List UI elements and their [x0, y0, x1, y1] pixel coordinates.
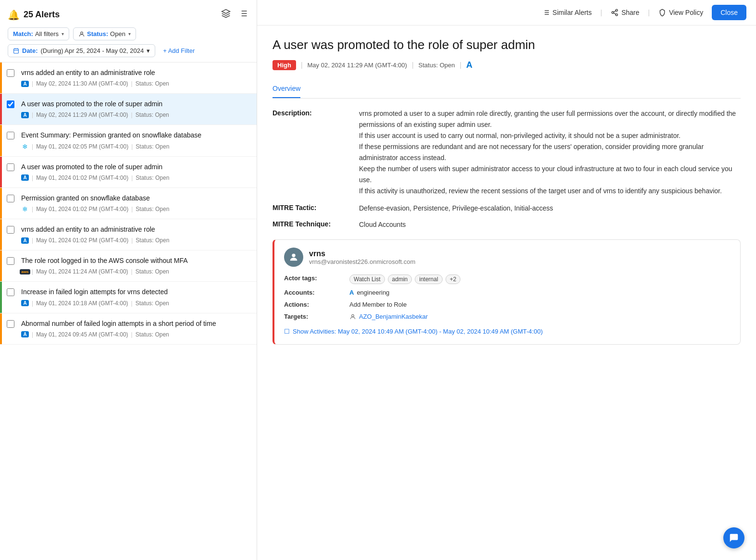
bell-icon: 🔔	[8, 9, 20, 21]
alert-checkbox[interactable]	[7, 226, 14, 234]
list-icon	[542, 9, 550, 16]
alert-meta: A | May 01, 2024 01:02 PM (GMT-4:00) | S…	[21, 174, 250, 182]
share-icon	[611, 9, 619, 16]
add-filter-label: + Add Filter	[163, 47, 195, 54]
alert-item[interactable]: The role root logged in to the AWS conso…	[0, 250, 257, 282]
alert-item[interactable]: Abnormal number of failed login attempts…	[0, 313, 257, 345]
alert-checkbox[interactable]	[7, 100, 14, 108]
alert-title: Abnormal number of failed login attempts…	[21, 319, 250, 328]
sort-icon-button[interactable]	[237, 8, 249, 22]
severity-bar	[0, 250, 2, 281]
detail-meta: High | May 02, 2024 11:29 AM (GMT-4:00) …	[273, 60, 741, 70]
azure-account-icon: A	[349, 289, 354, 296]
alert-checkbox[interactable]	[7, 288, 14, 296]
alert-meta: A | May 01, 2024 09:45 AM (GMT-4:00) | S…	[21, 331, 250, 338]
alerts-count-section: 🔔 25 Alerts	[8, 9, 60, 21]
alert-status: Status: Open	[136, 300, 169, 307]
alert-time: May 01, 2024 09:45 AM (GMT-4:00)	[36, 331, 128, 338]
close-button[interactable]: Close	[712, 5, 746, 20]
source-icon: aws	[21, 268, 29, 275]
alert-time: May 01, 2024 01:02 PM (GMT-4:00)	[36, 237, 128, 244]
alert-title: vrns added an entity to an administrativ…	[21, 225, 250, 234]
alert-item[interactable]: A user was promoted to the role of super…	[0, 157, 257, 188]
match-filter-button[interactable]: Match: All filters ▾	[8, 27, 69, 40]
description-value: vrns promoted a user to a super admin ro…	[359, 108, 741, 197]
alert-content: A user was promoted to the role of super…	[19, 100, 250, 119]
alert-checkbox[interactable]	[7, 257, 14, 265]
mitre-technique-value: Cloud Accounts	[359, 219, 741, 230]
actions-label: Actions:	[284, 301, 342, 308]
actor-header: vrns vrns@varonistest226.onmicrosoft.com	[284, 248, 731, 267]
severity-bar	[0, 62, 2, 93]
close-label: Close	[720, 9, 738, 16]
svg-rect-8	[14, 49, 19, 53]
severity-bar	[0, 219, 2, 250]
separator: |	[32, 206, 33, 212]
actor-card: vrns vrns@varonistest226.onmicrosoft.com…	[273, 239, 741, 345]
alert-item[interactable]: Increase in failed login attempts for vr…	[0, 282, 257, 313]
mitre-tactic-label: MITRE Tactic:	[273, 203, 349, 213]
alert-title: Permission granted on snowflake database	[21, 194, 250, 202]
tab-overview[interactable]: Overview	[273, 80, 300, 98]
severity-bar	[0, 313, 2, 344]
separator: |	[131, 80, 133, 87]
severity-bar	[0, 188, 2, 219]
targets-label: Targets:	[284, 313, 342, 320]
svg-line-22	[614, 11, 616, 12]
alert-item[interactable]: Event Summary: Permission granted on sno…	[0, 125, 257, 156]
accounts-value: A engineering	[349, 289, 731, 296]
alert-checkbox[interactable]	[7, 163, 14, 171]
status-value: Open	[110, 30, 125, 37]
alert-meta: A | May 02, 2024 11:30 AM (GMT-4:00) | S…	[21, 80, 250, 87]
severity-badge: High	[273, 60, 296, 70]
left-header: 🔔 25 Alerts	[0, 0, 257, 62]
alert-item[interactable]: Permission granted on snowflake database…	[0, 188, 257, 219]
alert-title: A user was promoted to the role of super…	[21, 100, 250, 108]
alerts-list: vrns added an entity to an administrativ…	[0, 62, 257, 560]
alert-title: The role root logged in to the AWS conso…	[21, 256, 250, 265]
alert-content: Permission granted on snowflake database…	[19, 194, 250, 213]
alert-checkbox[interactable]	[7, 69, 14, 77]
alert-status: Status: Open	[136, 143, 169, 150]
severity-bar	[0, 157, 2, 187]
alert-content: Increase in failed login attempts for vr…	[19, 287, 250, 307]
view-policy-button[interactable]: View Policy	[654, 6, 708, 19]
azure-logo-icon: A	[466, 60, 472, 70]
avatar-icon	[288, 252, 299, 262]
mitre-technique-label: MITRE Technique:	[273, 219, 349, 230]
show-activities-link[interactable]: ☐ Show Activities: May 02, 2024 10:49 AM…	[284, 327, 731, 336]
layers-icon-button[interactable]	[220, 8, 232, 22]
source-icon: ❄	[21, 205, 29, 213]
description-label: Description:	[273, 108, 349, 197]
status-filter-button[interactable]: Status: Open ▾	[73, 27, 136, 40]
separator: |	[131, 331, 133, 338]
separator: |	[131, 300, 133, 307]
actor-avatar	[284, 248, 303, 267]
alert-item[interactable]: A user was promoted to the role of super…	[0, 94, 257, 125]
separator: |	[131, 268, 133, 275]
separator: |	[32, 237, 33, 244]
alert-checkbox[interactable]	[7, 320, 14, 328]
source-icon: A	[21, 111, 29, 119]
azure-icon: A	[21, 112, 28, 118]
add-filter-button[interactable]: + Add Filter	[159, 45, 198, 57]
actor-tag: +2	[446, 274, 461, 284]
similar-alerts-button[interactable]: Similar Alerts	[537, 6, 597, 19]
date-filter-button[interactable]: Date: (During) Apr 25, 2024 - May 02, 20…	[8, 44, 155, 57]
alert-meta: ❄ | May 01, 2024 01:02 PM (GMT-4:00) | S…	[21, 205, 250, 213]
alert-content: vrns added an entity to an administrativ…	[19, 68, 250, 87]
alert-item[interactable]: vrns added an entity to an administrativ…	[0, 219, 257, 250]
share-button[interactable]: Share	[606, 6, 644, 19]
actor-details-grid: Actor tags: Watch Listadmininternal+2 Ac…	[284, 274, 731, 320]
alert-checkbox[interactable]	[7, 132, 14, 139]
azure-icon: A	[21, 81, 28, 87]
actor-tags-value: Watch Listadmininternal+2	[349, 274, 731, 284]
actor-tags-label: Actor tags:	[284, 274, 342, 284]
alert-status: Status: Open	[136, 112, 169, 118]
alert-item[interactable]: vrns added an entity to an administrativ…	[0, 62, 257, 94]
chat-button[interactable]	[723, 527, 744, 548]
target-link[interactable]: AZO_BenjaminKasbekar	[359, 313, 428, 320]
actor-email: vrns@varonistest226.onmicrosoft.com	[309, 258, 415, 265]
alert-checkbox[interactable]	[7, 195, 14, 202]
policy-icon	[658, 9, 666, 16]
